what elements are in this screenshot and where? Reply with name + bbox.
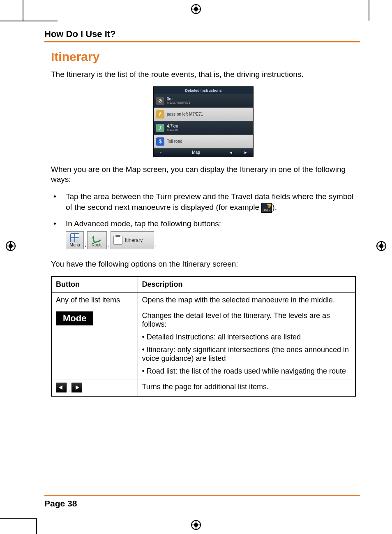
intro-paragraph: The Itinerary is the list of the route e… bbox=[51, 70, 356, 80]
table-row: Any of the list items Opens the map with… bbox=[51, 293, 355, 308]
page-left-icon bbox=[56, 383, 67, 392]
row-sub: M1/M7/E60/E71 bbox=[167, 101, 190, 105]
page-right-icon bbox=[71, 383, 82, 392]
next-page-icon: ► bbox=[238, 150, 253, 155]
prev-page-icon: ◄ bbox=[224, 150, 238, 155]
page-title: Itinerary bbox=[51, 50, 356, 64]
registration-mark-icon bbox=[191, 4, 201, 14]
road-icon: ⊘ bbox=[156, 97, 164, 105]
bullet-text: Tap the area between the Turn preview an… bbox=[66, 192, 353, 211]
manoeuvre-icon: 100m bbox=[261, 203, 272, 213]
svg-marker-0 bbox=[59, 385, 62, 390]
paragraph: You have the following options on the It… bbox=[51, 259, 356, 269]
page-number: Page 38 bbox=[44, 495, 360, 508]
list-item: ⊘ 0mM1/M7/E60/E71 bbox=[154, 94, 253, 108]
description-cell: Changes the detail level of the Itinerar… bbox=[138, 308, 355, 379]
bullet-item: In Advanced mode, tap the following butt… bbox=[51, 218, 356, 250]
mode-button: Mode bbox=[56, 311, 93, 325]
map-button-label: Map bbox=[168, 150, 224, 155]
description-cell: Opens the map with the selected manoeuvr… bbox=[138, 293, 355, 308]
button-cell: Mode bbox=[51, 308, 138, 379]
list-item: ↱ pass on left M7/E71 bbox=[154, 108, 253, 121]
back-arrow-icon: ← bbox=[154, 150, 168, 155]
registration-mark-icon bbox=[376, 241, 386, 251]
itinerary-button: Itinerary bbox=[111, 231, 154, 249]
menu-button: Menu bbox=[66, 231, 84, 249]
turn-icon: ↱ bbox=[156, 110, 164, 118]
registration-mark-icon bbox=[6, 241, 16, 251]
toll-icon: $ bbox=[156, 137, 164, 146]
table-header: Description bbox=[138, 276, 355, 293]
description-cell: Turns the page for additional list items… bbox=[138, 379, 355, 397]
road-icon: ⤴ bbox=[156, 124, 164, 132]
button-cell: , bbox=[51, 379, 138, 397]
itinerary-screenshot: Detailed Instructions ⊘ 0mM1/M7/E60/E71 … bbox=[153, 86, 254, 157]
row-main: pass on left M7/E71 bbox=[167, 112, 203, 116]
button-cell: Any of the list items bbox=[51, 293, 138, 308]
table-row: , Turns the page for additional list ite… bbox=[51, 379, 355, 397]
bullet-text: ). bbox=[272, 203, 277, 211]
bullet-item: Tap the area between the Turn preview an… bbox=[51, 191, 356, 213]
section-header: How Do I Use It? bbox=[44, 29, 360, 42]
registration-mark-icon bbox=[191, 520, 201, 530]
row-main: Toll road bbox=[167, 139, 182, 144]
route-button: Route bbox=[87, 231, 107, 249]
paragraph: When you are on the Map screen, you can … bbox=[51, 165, 356, 185]
row-sub: M1/E60 bbox=[167, 128, 178, 132]
list-item: $ Toll road bbox=[154, 135, 253, 149]
screenshot-title: Detailed Instructions bbox=[154, 87, 253, 94]
options-table: Button Description Any of the list items… bbox=[51, 276, 356, 397]
bullet-text: In Advanced mode, tap the following butt… bbox=[66, 219, 221, 228]
table-row: Mode Changes the detail level of the Iti… bbox=[51, 308, 355, 379]
svg-marker-1 bbox=[76, 385, 79, 390]
list-item: ⤴ 4.7kmM1/E60 bbox=[154, 121, 253, 135]
table-header: Button bbox=[51, 276, 138, 293]
